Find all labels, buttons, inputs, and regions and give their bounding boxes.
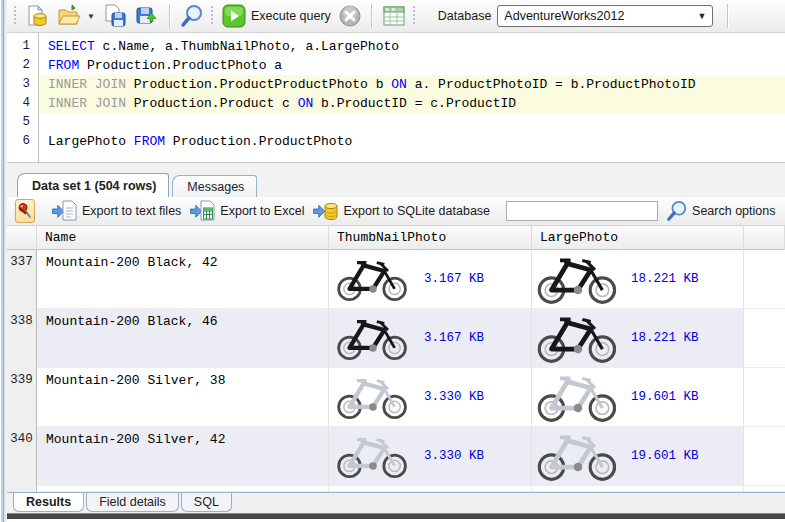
row-number[interactable]: 341	[7, 486, 37, 492]
sql-line-1: SELECT c.Name, a.ThumbNailPhoto, a.Large…	[39, 37, 785, 56]
photo-info: Gif89a image 18.221 KB 240 x 149 pixels	[631, 250, 744, 309]
export-text-button[interactable]: Export to text files	[47, 197, 185, 225]
thumbnail-bike-image	[331, 432, 415, 482]
photo-info: Gif89a image 18.221 KB 240 x 149 pixels	[631, 309, 744, 368]
row-number[interactable]: 339	[7, 368, 37, 427]
toolbar-separator	[727, 4, 728, 28]
cancel-icon	[339, 5, 361, 27]
column-header-largephoto[interactable]: LargePhoto	[532, 226, 744, 250]
large-bike-image	[534, 311, 622, 367]
execute-play-icon	[222, 4, 246, 28]
filler-cell	[744, 309, 785, 368]
bottom-tabstrip: Results Field details SQL	[7, 492, 785, 513]
row-number[interactable]: 337	[7, 250, 37, 309]
sql-line-5	[39, 113, 785, 132]
result-grid-button[interactable]	[378, 1, 410, 31]
export-excel-button[interactable]: Export to Excel	[185, 197, 308, 225]
line-number: 3	[7, 75, 38, 94]
filler-cell	[744, 486, 785, 492]
name-cell[interactable]: Mountain-200 Silver, 46	[37, 486, 329, 492]
database-select[interactable]: AdventureWorks2012 ▼	[497, 5, 713, 27]
export-excel-icon	[189, 200, 215, 222]
panel-gap	[7, 163, 785, 173]
thumbnail-cell[interactable]: Gif89a image 3.330 KB 80 x 49 pixels	[329, 427, 532, 486]
table-row[interactable]: 338 Mountain-200 Black, 46 Gif89a image …	[7, 309, 785, 368]
large-bike-image	[534, 252, 622, 308]
tab-results[interactable]: Results	[13, 493, 84, 512]
collapsed-side-splitter[interactable]	[0, 0, 7, 522]
line-number: 6	[7, 132, 38, 151]
open-dropdown-caret[interactable]: ▼	[87, 12, 95, 21]
table-grid-icon	[382, 4, 406, 28]
sql-line-4: INNER JOIN Production.Product c ON b.Pro…	[39, 94, 785, 113]
execute-query-button[interactable]: Execute query	[218, 1, 335, 31]
name-cell[interactable]: Mountain-200 Silver, 42	[37, 427, 329, 486]
name-cell[interactable]: Mountain-200 Black, 42	[37, 250, 329, 309]
line-number: 5	[7, 113, 38, 132]
cancel-query-button[interactable]	[335, 2, 365, 30]
photo-info: Gif89a image 3.167 KB 80 x 49 pixels	[424, 250, 529, 309]
name-cell[interactable]: Mountain-200 Black, 46	[37, 309, 329, 368]
search-options-icon[interactable]	[666, 200, 688, 222]
sql-editor[interactable]: 1 2 3 4 5 6 SELECT c.Name, a.ThumbNailPh…	[7, 33, 785, 163]
tab-messages[interactable]: Messages	[172, 175, 257, 197]
largephoto-cell[interactable]: Gif89a image 19.601 KB 240 x 149 pixels	[532, 427, 744, 486]
export-sqlite-icon	[312, 200, 338, 222]
toolbar-grip[interactable]	[13, 6, 17, 26]
search-input[interactable]	[506, 201, 658, 221]
toolbar-separator	[371, 4, 372, 28]
database-label: Database	[438, 9, 492, 23]
name-cell[interactable]: Mountain-200 Silver, 38	[37, 368, 329, 427]
photo-info: Gif89a image 3.330 KB 80 x 49 pixels	[424, 368, 529, 427]
thumbnail-cell[interactable]: Gif89a image 3.167 KB 80 x 49 pixels	[329, 309, 532, 368]
large-bike-image	[534, 429, 622, 485]
toolbar-separator	[169, 4, 170, 28]
search-options-label[interactable]: Search options	[692, 204, 775, 218]
save-icon	[103, 4, 127, 28]
largephoto-cell[interactable]: Gif89a image 19.601 KB 240 x 149 pixels	[532, 368, 744, 427]
query-tool-window: ▼	[0, 0, 785, 522]
line-number: 2	[7, 56, 38, 75]
largephoto-cell[interactable]: Gif89a image 18.221 KB 240 x 149 pixels	[532, 250, 744, 309]
main-toolbar: ▼	[7, 0, 785, 33]
sql-code-area[interactable]: SELECT c.Name, a.ThumbNailPhoto, a.Large…	[39, 33, 785, 162]
row-number[interactable]: 338	[7, 309, 37, 368]
photo-info: Gif89a image 19.601 KB 240 x 149 pixels	[631, 368, 744, 427]
table-row[interactable]: 337 Mountain-200 Black, 42 Gif89a image …	[7, 250, 785, 309]
largephoto-cell[interactable]: Gif89a image 18.221 KB 240 x 149 pixels	[532, 309, 744, 368]
results-toolbar: Export to text files Export to Excel	[7, 197, 785, 226]
large-bike-image	[534, 370, 622, 426]
largephoto-cell[interactable]	[532, 486, 744, 492]
column-header-name[interactable]: Name	[37, 226, 329, 250]
thumbnail-cell[interactable]	[329, 486, 532, 492]
pushpin-icon	[16, 202, 34, 220]
photo-info: Gif89a image 3.167 KB 80 x 49 pixels	[424, 309, 529, 368]
export-sqlite-button[interactable]: Export to SQLite database	[308, 197, 494, 225]
table-row[interactable]: 339 Mountain-200 Silver, 38 Gif89a image…	[7, 368, 785, 427]
tab-dataset[interactable]: Data set 1 (504 rows)	[17, 173, 169, 197]
line-number: 4	[7, 94, 38, 113]
find-button[interactable]	[176, 1, 208, 31]
row-number[interactable]: 340	[7, 427, 37, 486]
thumbnail-bike-image	[331, 255, 415, 305]
tab-field-details[interactable]: Field details	[86, 493, 179, 512]
save-button[interactable]	[99, 1, 131, 31]
column-header-thumbnail[interactable]: ThumbNailPhoto	[329, 226, 532, 250]
sql-line-2: FROM Production.ProductPhoto a	[39, 56, 785, 75]
photo-info: Gif89a image 19.601 KB 240 x 149 pixels	[631, 427, 744, 486]
thumbnail-cell[interactable]: Gif89a image 3.330 KB 80 x 49 pixels	[329, 368, 532, 427]
results-grid: Name ThumbNailPhoto LargePhoto 337 Mount…	[7, 226, 785, 492]
line-number: 1	[7, 37, 38, 56]
toolbar-grip[interactable]	[412, 6, 416, 26]
thumbnail-cell[interactable]: Gif89a image 3.167 KB 80 x 49 pixels	[329, 250, 532, 309]
row-number-header	[7, 226, 37, 250]
search-icon	[180, 4, 204, 28]
open-file-button[interactable]: ▼	[53, 1, 99, 31]
table-row[interactable]: 340 Mountain-200 Silver, 42 Gif89a image…	[7, 427, 785, 486]
toolbar-grip[interactable]	[210, 6, 214, 26]
tab-sql[interactable]: SQL	[181, 493, 232, 512]
table-row-partial[interactable]: 341 Mountain-200 Silver, 46	[7, 486, 785, 492]
save-as-button[interactable]	[131, 1, 163, 31]
new-query-button[interactable]	[21, 1, 53, 31]
pin-toggle-button[interactable]	[15, 199, 35, 223]
